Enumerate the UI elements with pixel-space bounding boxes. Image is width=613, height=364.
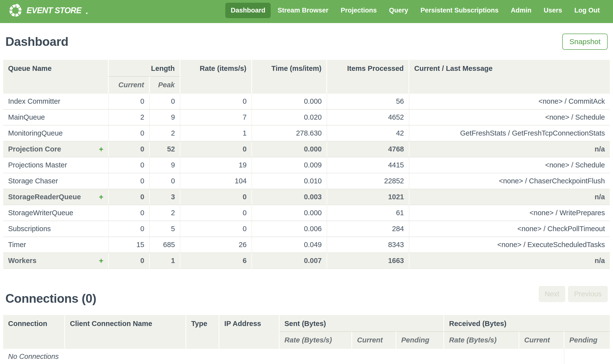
time-cell: 0.000 [252,142,327,157]
queue-name-cell: Projection Core+ [3,142,109,157]
rate-cell: 1 [180,126,252,142]
nav-item-dashboard[interactable]: Dashboard [225,3,271,18]
time-cell: 0.010 [252,173,327,189]
queue-name: Workers [8,257,37,265]
items-processed-cell: 1663 [327,253,409,269]
items-processed-cell: 8343 [327,237,409,253]
rate-cell: 0 [180,221,252,237]
queue-row: Projection Core+05200.0004768n/a [3,142,610,157]
col-length: Length [109,60,180,76]
brand-wordmark: EVENT STORE [27,5,82,15]
queue-name: Index Committer [8,97,60,105]
queue-row: Workers+0160.0071663n/a [3,253,610,269]
rate-cell: 19 [180,157,252,173]
time-cell: 0.003 [252,189,327,205]
nav-item-query[interactable]: Query [383,3,413,18]
peak-cell: 5 [150,221,180,237]
nav-item-stream-browser[interactable]: Stream Browser [272,3,334,18]
message-cell: <none> / WritePrepares [409,205,610,221]
queue-row: StorageReaderQueue+0300.0031021n/a [3,189,610,205]
queue-name-cell: Workers+ [3,253,109,269]
next-button[interactable]: Next [539,286,565,302]
peak-cell: 0 [150,173,180,189]
time-cell: 0.020 [252,110,327,126]
main-content: Dashboard Snapshot Queue Name Length Rat… [3,33,610,364]
previous-button[interactable]: Previous [568,286,608,302]
snapshot-button[interactable]: Snapshot [562,34,608,50]
expand-plus-icon[interactable]: + [99,257,103,264]
rate-cell: 7 [180,110,252,126]
time-cell: 0.009 [252,157,327,173]
peak-cell: 685 [150,237,180,253]
connections-title: Connections (0) [5,291,96,306]
col-sent-bytes: Sent (Bytes) [280,315,444,331]
expand-plus-icon[interactable]: + [99,193,103,200]
col-received-pending: Pending [564,331,610,349]
ghost-cell [564,349,610,364]
message-cell: n/a [409,253,610,269]
no-connections-cell: No Connections [3,349,564,364]
message-cell: <none> / Schedule [409,157,610,173]
brand-trademark-dot: ● [86,11,88,15]
rate-cell: 104 [180,173,252,189]
queue-row: MainQueue2970.0204652<none> / Schedule [3,110,610,126]
current-cell: 0 [109,173,150,189]
nav-item-persistent-subscriptions[interactable]: Persistent Subscriptions [415,3,504,18]
current-cell: 15 [109,237,150,253]
col-time: Time (ms/item) [252,60,327,94]
message-cell: <none> / ExecuteScheduledTasks [409,237,610,253]
queue-table-body: Index Committer0000.00056<none> / Commit… [3,94,610,269]
nav-item-admin[interactable]: Admin [505,3,537,18]
col-type: Type [186,315,219,349]
queue-row: Subscriptions0500.006284<none> / CheckPo… [3,221,610,237]
items-processed-cell: 42 [327,126,409,142]
col-length-current: Current [109,76,150,94]
queue-table: Queue Name Length Rate (items/s) Time (m… [3,60,610,269]
queue-row: Projections Master09190.0094415<none> / … [3,157,610,173]
peak-cell: 9 [150,110,180,126]
no-connections-row: No Connections [3,349,610,364]
queue-name: Projections Master [8,161,67,169]
queue-name-cell: Timer [3,237,109,253]
current-cell: 0 [109,94,150,110]
pager: Next Previous [539,286,608,302]
rate-cell: 0 [180,94,252,110]
col-received-current: Current [519,331,564,349]
items-processed-cell: 22852 [327,173,409,189]
current-cell: 0 [109,221,150,237]
time-cell: 0.006 [252,221,327,237]
time-cell: 278.630 [252,126,327,142]
nav-item-projections[interactable]: Projections [335,3,382,18]
queue-name: Storage Chaser [8,177,58,185]
nav-item-log-out[interactable]: Log Out [569,3,605,18]
peak-cell: 9 [150,157,180,173]
time-cell: 0.000 [252,205,327,221]
col-ip-address: IP Address [219,315,280,349]
queue-row: Index Committer0000.00056<none> / Commit… [3,94,610,110]
brand[interactable]: EVENT STORE ● [8,3,88,17]
queue-name-cell: Subscriptions [3,221,109,237]
page-header: Dashboard Snapshot [5,33,608,51]
peak-cell: 2 [150,126,180,142]
queue-name-cell: StorageWriterQueue [3,205,109,221]
nav-menu: DashboardStream BrowserProjectionsQueryP… [225,3,605,18]
col-connection: Connection [3,315,65,349]
nav-item-users[interactable]: Users [538,3,567,18]
current-cell: 0 [109,142,150,157]
connections-table: Connection Client Connection Name Type I… [3,315,610,364]
message-cell: <none> / Schedule [409,110,610,126]
queue-row: Timer15685260.0498343<none> / ExecuteSch… [3,237,610,253]
col-sent-pending: Pending [396,331,444,349]
message-cell: n/a [409,189,610,205]
items-processed-cell: 284 [327,221,409,237]
items-processed-cell: 4652 [327,110,409,126]
current-cell: 2 [109,110,150,126]
queue-name: StorageWriterQueue [8,209,73,217]
items-processed-cell: 1021 [327,189,409,205]
col-queue-name: Queue Name [3,60,109,94]
items-processed-cell: 4415 [327,157,409,173]
expand-plus-icon[interactable]: + [99,146,103,153]
current-cell: 0 [109,189,150,205]
items-processed-cell: 61 [327,205,409,221]
peak-cell: 2 [150,205,180,221]
